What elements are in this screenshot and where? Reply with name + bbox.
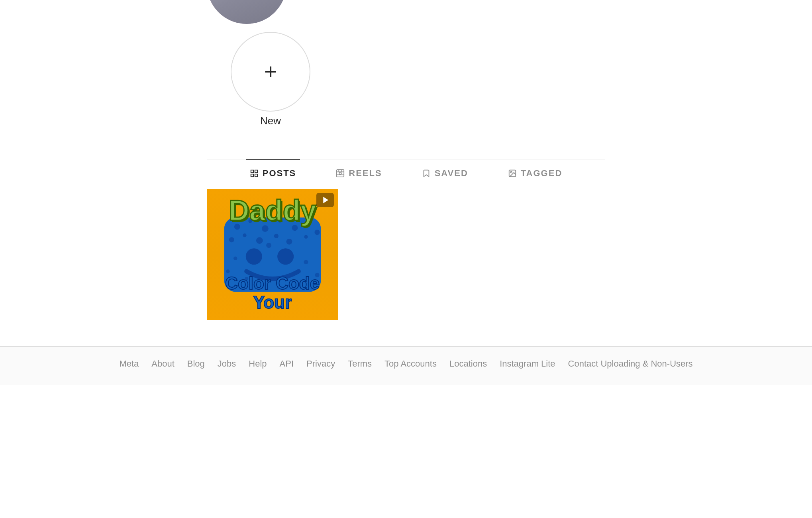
page-wrapper: + New POSTS bbox=[0, 0, 812, 385]
svg-rect-1 bbox=[255, 170, 257, 173]
avatar-image bbox=[207, 0, 286, 24]
tabs-row: POSTS REELS SAV bbox=[207, 159, 605, 186]
svg-point-30 bbox=[266, 243, 271, 248]
footer-link-meta[interactable]: Meta bbox=[119, 359, 139, 369]
tab-reels[interactable]: REELS bbox=[332, 159, 386, 186]
footer-link-help[interactable]: Help bbox=[249, 359, 267, 369]
footer-link-api[interactable]: API bbox=[280, 359, 294, 369]
svg-rect-2 bbox=[251, 174, 253, 177]
svg-point-23 bbox=[286, 239, 292, 245]
footer-link-top-accounts[interactable]: Top Accounts bbox=[384, 359, 437, 369]
color-code-text: Color CodeYour bbox=[225, 274, 320, 312]
new-story-item[interactable]: + New bbox=[231, 32, 310, 127]
svg-point-26 bbox=[245, 248, 262, 265]
svg-point-19 bbox=[229, 237, 234, 242]
tab-saved-label: SAVED bbox=[435, 168, 468, 179]
footer-link-instagram-lite[interactable]: Instagram Lite bbox=[500, 359, 555, 369]
new-story-label: New bbox=[260, 115, 281, 127]
svg-point-20 bbox=[243, 233, 246, 237]
footer-link-about[interactable]: About bbox=[151, 359, 175, 369]
grid-icon bbox=[250, 169, 259, 178]
svg-point-21 bbox=[256, 237, 263, 244]
svg-point-27 bbox=[277, 248, 294, 265]
svg-point-28 bbox=[233, 256, 237, 260]
daddy-text: Daddy bbox=[229, 194, 316, 227]
reels-icon bbox=[336, 169, 345, 178]
tab-reels-label: REELS bbox=[349, 168, 382, 179]
svg-point-29 bbox=[304, 260, 308, 264]
svg-point-11 bbox=[510, 171, 512, 173]
post-item-sponge[interactable]: Daddy bbox=[207, 189, 338, 320]
svg-rect-3 bbox=[255, 174, 257, 177]
svg-rect-0 bbox=[251, 170, 253, 173]
partial-avatar-circle bbox=[207, 0, 286, 24]
video-indicator bbox=[316, 193, 334, 207]
footer-link-privacy[interactable]: Privacy bbox=[306, 359, 335, 369]
tab-posts-label: POSTS bbox=[263, 168, 296, 179]
highlights-scroll bbox=[207, 0, 605, 28]
footer-link-terms[interactable]: Terms bbox=[348, 359, 372, 369]
tab-posts[interactable]: POSTS bbox=[246, 159, 300, 186]
svg-point-31 bbox=[226, 269, 229, 273]
tag-icon bbox=[508, 169, 517, 178]
svg-point-5 bbox=[339, 172, 342, 175]
bookmark-icon bbox=[422, 169, 431, 178]
footer-link-jobs[interactable]: Jobs bbox=[218, 359, 236, 369]
footer-link-blog[interactable]: Blog bbox=[187, 359, 205, 369]
svg-rect-4 bbox=[337, 170, 344, 177]
svg-point-22 bbox=[274, 233, 278, 238]
footer-links: Meta About Blog Jobs Help API Privacy Te… bbox=[0, 359, 812, 369]
plus-icon: + bbox=[264, 61, 277, 83]
footer-link-contact[interactable]: Contact Uploading & Non-Users bbox=[568, 359, 693, 369]
tab-tagged-label: TAGGED bbox=[521, 168, 562, 179]
tab-saved[interactable]: SAVED bbox=[418, 159, 472, 186]
posts-grid: Daddy bbox=[207, 186, 605, 322]
svg-point-25 bbox=[314, 230, 320, 235]
new-story-button[interactable]: + bbox=[231, 32, 310, 112]
stories-row: + New bbox=[207, 28, 605, 135]
footer: Meta About Blog Jobs Help API Privacy Te… bbox=[0, 346, 812, 385]
svg-point-24 bbox=[304, 235, 308, 238]
footer-link-locations[interactable]: Locations bbox=[449, 359, 487, 369]
sponge-content: Daddy bbox=[207, 189, 338, 320]
partial-avatar-container bbox=[207, 0, 286, 24]
tab-tagged[interactable]: TAGGED bbox=[504, 159, 566, 186]
